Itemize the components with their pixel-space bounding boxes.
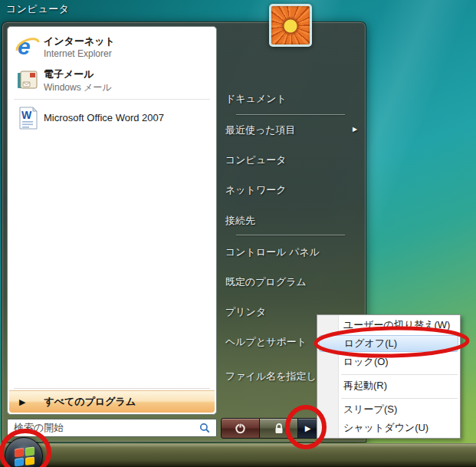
user-picture-flower[interactable]	[269, 4, 312, 47]
lock-button[interactable]	[260, 418, 298, 439]
right-column-separator	[236, 235, 345, 235]
item-label: コントロール パネル	[225, 246, 320, 258]
all-programs-label: すべてのプログラム	[44, 395, 136, 409]
menu-item-log-off[interactable]: ログオフ(L)	[319, 335, 458, 352]
menu-item-label: 再起動(R)	[343, 380, 387, 391]
item-label: 既定のプログラム	[225, 276, 307, 288]
shutdown-options-menu: ユーザーの切り替え(W) ログオフ(L) ロック(O) 再起動(R) スリープ(…	[317, 314, 461, 439]
menu-item-switch-user[interactable]: ユーザーの切り替え(W)	[317, 317, 460, 334]
submenu-arrow-icon: ▶	[353, 126, 357, 133]
pinned-item-subtitle: Windows メール	[44, 81, 112, 94]
word-2007-icon: W	[15, 106, 40, 130]
menu-item-restart[interactable]: 再起動(R)	[317, 377, 460, 394]
menu-item-sleep[interactable]: スリープ(S)	[317, 401, 460, 418]
item-label: ヘルプとサポート	[225, 336, 307, 347]
pinned-item-title: インターネット	[44, 35, 115, 48]
lock-icon	[273, 423, 285, 435]
desktop-icon-label-computer[interactable]: コンピュータ	[6, 2, 70, 16]
all-programs-separator	[14, 388, 210, 389]
right-column-separator	[236, 114, 345, 115]
menu-item-label: シャットダウン(U)	[343, 422, 428, 433]
startmenu-item-network[interactable]: ネットワーク	[225, 183, 357, 197]
start-search-input[interactable]: 検索の開始	[7, 419, 217, 437]
expand-power-options-arrow-button[interactable]: ▶	[298, 418, 318, 439]
menu-item-shut-down[interactable]: シャットダウン(U)	[317, 419, 460, 436]
recent-item-word-2007[interactable]: W Microsoft Office Word 2007	[8, 104, 216, 134]
search-icon	[199, 423, 211, 434]
left-panel-separator	[14, 99, 210, 100]
svg-text:W: W	[21, 109, 32, 121]
menu-item-label: ログオフ(L)	[344, 337, 397, 349]
search-placeholder: 検索の開始	[14, 421, 199, 435]
windows-mail-icon	[15, 67, 40, 91]
menu-item-label: スリープ(S)	[343, 403, 397, 415]
item-label: ファイル名を指定して実行	[225, 370, 318, 382]
menu-item-label: ユーザーの切り替え(W)	[343, 319, 450, 331]
startmenu-item-documents[interactable]: ドキュメント	[225, 92, 357, 106]
item-label: コンピュータ	[225, 154, 287, 166]
recent-item-title: Microsoft Office Word 2007	[44, 112, 164, 123]
start-menu-left-panel: e インターネット Internet Explorer 電子メール Window…	[7, 26, 217, 415]
internet-explorer-icon: e	[15, 34, 40, 58]
item-label: ドキュメント	[225, 93, 287, 104]
all-programs-button[interactable]: ▶ すべてのプログラム	[9, 390, 215, 413]
pinned-item-email[interactable]: 電子メール Windows メール	[8, 63, 216, 97]
item-label: プリンタ	[225, 306, 266, 317]
start-menu-panel: e インターネット Internet Explorer 電子メール Window…	[2, 21, 366, 442]
pinned-item-internet[interactable]: e インターネット Internet Explorer	[8, 30, 216, 64]
menu-separator	[341, 398, 458, 399]
pinned-item-subtitle: Internet Explorer	[44, 48, 112, 59]
startmenu-item-connect-to[interactable]: 接続先	[225, 214, 357, 228]
taskbar[interactable]	[0, 443, 476, 467]
startmenu-item-recent-items[interactable]: 最近使った項目 ▶	[225, 123, 357, 137]
menu-item-label: ロック(O)	[343, 356, 389, 367]
menu-separator	[341, 374, 458, 375]
startmenu-item-run[interactable]: ファイル名を指定して実行	[225, 370, 318, 383]
all-programs-arrow-icon: ▶	[19, 397, 25, 407]
startmenu-item-control-panel[interactable]: コントロール パネル	[225, 245, 357, 259]
item-label: 最近使った項目	[225, 124, 296, 136]
power-icon	[234, 422, 247, 435]
item-label: ネットワーク	[225, 184, 287, 196]
right-arrow-icon: ▶	[305, 424, 311, 432]
menu-item-lock[interactable]: ロック(O)	[317, 354, 460, 370]
startmenu-item-computer[interactable]: コンピュータ	[225, 153, 357, 167]
screen: コンピュータ e インターネット Internet Explorer	[0, 0, 476, 467]
pinned-item-title: 電子メール	[44, 67, 94, 81]
power-button[interactable]	[221, 418, 260, 439]
startmenu-item-default-programs[interactable]: 既定のプログラム	[225, 275, 357, 289]
item-label: 接続先	[225, 215, 255, 226]
windows-flag-icon	[15, 447, 34, 467]
